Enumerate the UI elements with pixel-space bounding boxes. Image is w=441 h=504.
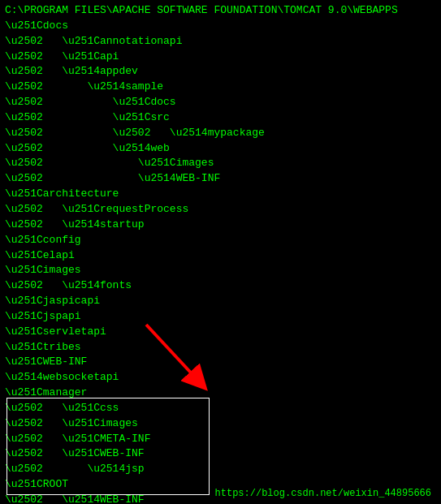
terminal-line: \u251Cimages bbox=[5, 263, 436, 278]
terminal-line: \u2502 \u251Ccss bbox=[5, 401, 436, 416]
terminal-line: \u251Cdocs bbox=[5, 19, 436, 34]
terminal-line: \u2502 \u2514appdev bbox=[5, 64, 436, 80]
terminal-line: \u251Cservletapi bbox=[5, 325, 436, 340]
terminal-line: \u2502 \u251Cimages bbox=[5, 156, 436, 171]
terminal-window: C:\PROGRAM FILES\APACHE SOFTWARE FOUNDAT… bbox=[0, 0, 441, 504]
terminal-line: \u2502 \u2514web bbox=[5, 141, 436, 157]
terminal-line: C:\PROGRAM FILES\APACHE SOFTWARE FOUNDAT… bbox=[5, 3, 436, 19]
terminal-line: \u2502 \u2514startup bbox=[5, 218, 436, 233]
terminal-line: \u251Carchitecture bbox=[5, 187, 436, 202]
terminal-line: \u2502 \u2514sample bbox=[5, 80, 436, 95]
terminal-line: \u2502 \u251Csrc bbox=[5, 110, 436, 126]
terminal-line: \u251Cjaspicapi bbox=[5, 294, 436, 309]
terminal-line: \u2502 \u2514jsp bbox=[5, 462, 436, 477]
terminal-line: \u2502 \u251Capi bbox=[5, 50, 436, 65]
terminal-line: \u2502 \u2514fonts bbox=[5, 278, 436, 294]
terminal-line: \u251Cmanager bbox=[5, 386, 436, 401]
terminal-line: \u2502 \u251Cdocs bbox=[5, 95, 436, 110]
terminal-line: \u2502 \u2514WEB-INF bbox=[5, 171, 436, 187]
terminal-line: \u251Celapi bbox=[5, 248, 436, 264]
terminal-line: \u2502 \u2502 \u2514mypackage bbox=[5, 126, 436, 141]
terminal-line: \u2502 \u251Cimages bbox=[5, 416, 436, 432]
terminal-line: \u2502 \u251CWEB-INF bbox=[5, 446, 436, 462]
terminal-line: \u251Cconfig bbox=[5, 233, 436, 248]
terminal-line: \u251Ctribes bbox=[5, 340, 436, 355]
terminal-line: \u2502 \u251Cannotationapi bbox=[5, 34, 436, 50]
terminal-line: \u2502 \u251CrequestProcess bbox=[5, 202, 436, 218]
terminal-line: \u251Cjspapi bbox=[5, 309, 436, 325]
terminal-line: \u2514websocketapi bbox=[5, 370, 436, 386]
terminal-line: \u2502 \u251CMETA-INF bbox=[5, 432, 436, 447]
terminal-line: \u251CWEB-INF bbox=[5, 355, 436, 370]
watermark: https://blog.csdn.net/weixin_44895666 bbox=[212, 486, 435, 501]
